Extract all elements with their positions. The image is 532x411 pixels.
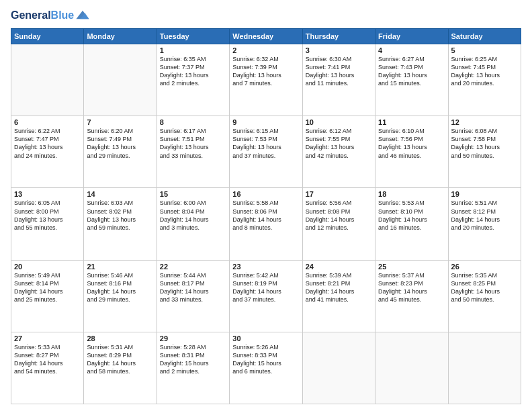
day-info: Sunrise: 6:27 AM Sunset: 7:43 PM Dayligh… bbox=[378, 55, 445, 88]
logo: GeneralBlue bbox=[11, 8, 90, 23]
calendar-cell: 25Sunrise: 5:37 AM Sunset: 8:23 PM Dayli… bbox=[375, 260, 448, 332]
day-number: 21 bbox=[87, 263, 153, 271]
day-info: Sunrise: 6:15 AM Sunset: 7:53 PM Dayligh… bbox=[232, 127, 299, 160]
calendar-week-row: 13Sunrise: 6:05 AM Sunset: 8:00 PM Dayli… bbox=[11, 188, 521, 260]
col-header-friday: Friday bbox=[375, 29, 448, 44]
day-info: Sunrise: 5:44 AM Sunset: 8:17 PM Dayligh… bbox=[160, 271, 226, 304]
day-info: Sunrise: 5:28 AM Sunset: 8:31 PM Dayligh… bbox=[160, 343, 226, 376]
calendar-cell: 22Sunrise: 5:44 AM Sunset: 8:17 PM Dayli… bbox=[157, 260, 229, 332]
calendar-cell: 28Sunrise: 5:31 AM Sunset: 8:29 PM Dayli… bbox=[84, 332, 157, 404]
calendar-cell: 9Sunrise: 6:15 AM Sunset: 7:53 PM Daylig… bbox=[230, 116, 302, 188]
day-info: Sunrise: 5:53 AM Sunset: 8:10 PM Dayligh… bbox=[378, 199, 445, 232]
calendar-cell: 12Sunrise: 6:08 AM Sunset: 7:58 PM Dayli… bbox=[448, 116, 521, 188]
day-info: Sunrise: 5:46 AM Sunset: 8:16 PM Dayligh… bbox=[87, 271, 153, 304]
day-number: 12 bbox=[451, 118, 518, 126]
calendar-cell: 20Sunrise: 5:49 AM Sunset: 8:14 PM Dayli… bbox=[11, 260, 84, 332]
day-info: Sunrise: 5:56 AM Sunset: 8:08 PM Dayligh… bbox=[306, 199, 372, 232]
col-header-wednesday: Wednesday bbox=[230, 29, 302, 44]
day-info: Sunrise: 6:05 AM Sunset: 8:00 PM Dayligh… bbox=[14, 199, 81, 232]
day-number: 27 bbox=[14, 334, 81, 342]
day-info: Sunrise: 6:20 AM Sunset: 7:49 PM Dayligh… bbox=[87, 127, 153, 160]
day-number: 20 bbox=[14, 263, 81, 271]
calendar-cell: 30Sunrise: 5:26 AM Sunset: 8:33 PM Dayli… bbox=[230, 332, 302, 404]
day-number: 26 bbox=[451, 263, 518, 271]
calendar-table: SundayMondayTuesdayWednesdayThursdayFrid… bbox=[11, 28, 521, 404]
day-info: Sunrise: 6:00 AM Sunset: 8:04 PM Dayligh… bbox=[160, 199, 226, 232]
calendar-cell: 17Sunrise: 5:56 AM Sunset: 8:08 PM Dayli… bbox=[302, 188, 375, 260]
day-info: Sunrise: 6:12 AM Sunset: 7:55 PM Dayligh… bbox=[306, 127, 372, 160]
day-info: Sunrise: 5:51 AM Sunset: 8:12 PM Dayligh… bbox=[451, 199, 518, 232]
calendar-cell bbox=[84, 44, 157, 116]
day-info: Sunrise: 6:08 AM Sunset: 7:58 PM Dayligh… bbox=[451, 127, 518, 160]
day-number: 3 bbox=[306, 46, 372, 54]
day-info: Sunrise: 5:31 AM Sunset: 8:29 PM Dayligh… bbox=[87, 343, 153, 376]
day-number: 16 bbox=[232, 190, 299, 198]
page: GeneralBlue SundayMondayTuesdayWednesday… bbox=[0, 0, 532, 411]
calendar-cell: 26Sunrise: 5:35 AM Sunset: 8:25 PM Dayli… bbox=[448, 260, 521, 332]
day-number: 14 bbox=[87, 190, 153, 198]
day-number: 25 bbox=[378, 263, 445, 271]
day-info: Sunrise: 6:22 AM Sunset: 7:47 PM Dayligh… bbox=[14, 127, 81, 160]
col-header-monday: Monday bbox=[84, 29, 157, 44]
calendar-cell: 21Sunrise: 5:46 AM Sunset: 8:16 PM Dayli… bbox=[84, 260, 157, 332]
calendar-cell: 23Sunrise: 5:42 AM Sunset: 8:19 PM Dayli… bbox=[230, 260, 302, 332]
calendar-cell: 15Sunrise: 6:00 AM Sunset: 8:04 PM Dayli… bbox=[157, 188, 229, 260]
calendar-week-row: 6Sunrise: 6:22 AM Sunset: 7:47 PM Daylig… bbox=[11, 116, 521, 188]
day-number: 24 bbox=[306, 263, 372, 271]
day-info: Sunrise: 5:35 AM Sunset: 8:25 PM Dayligh… bbox=[451, 271, 518, 304]
day-info: Sunrise: 5:58 AM Sunset: 8:06 PM Dayligh… bbox=[232, 199, 299, 232]
day-number: 10 bbox=[306, 118, 372, 126]
day-number: 29 bbox=[160, 334, 226, 342]
col-header-saturday: Saturday bbox=[448, 29, 521, 44]
day-number: 22 bbox=[160, 263, 226, 271]
day-number: 2 bbox=[232, 46, 299, 54]
calendar-cell: 29Sunrise: 5:28 AM Sunset: 8:31 PM Dayli… bbox=[157, 332, 229, 404]
day-number: 1 bbox=[160, 46, 226, 54]
calendar-cell: 27Sunrise: 5:33 AM Sunset: 8:27 PM Dayli… bbox=[11, 332, 84, 404]
day-info: Sunrise: 5:49 AM Sunset: 8:14 PM Dayligh… bbox=[14, 271, 81, 304]
header: GeneralBlue bbox=[11, 8, 521, 23]
day-number: 9 bbox=[232, 118, 299, 126]
day-number: 6 bbox=[14, 118, 81, 126]
logo-text: GeneralBlue bbox=[11, 9, 74, 21]
calendar-cell: 6Sunrise: 6:22 AM Sunset: 7:47 PM Daylig… bbox=[11, 116, 84, 188]
day-number: 28 bbox=[87, 334, 153, 342]
day-info: Sunrise: 6:35 AM Sunset: 7:37 PM Dayligh… bbox=[160, 55, 226, 88]
calendar-cell bbox=[375, 332, 448, 404]
day-number: 4 bbox=[378, 46, 445, 54]
day-info: Sunrise: 6:32 AM Sunset: 7:39 PM Dayligh… bbox=[232, 55, 299, 88]
day-info: Sunrise: 5:26 AM Sunset: 8:33 PM Dayligh… bbox=[232, 343, 299, 376]
calendar-cell: 13Sunrise: 6:05 AM Sunset: 8:00 PM Dayli… bbox=[11, 188, 84, 260]
calendar-cell: 11Sunrise: 6:10 AM Sunset: 7:56 PM Dayli… bbox=[375, 116, 448, 188]
calendar-cell: 16Sunrise: 5:58 AM Sunset: 8:06 PM Dayli… bbox=[230, 188, 302, 260]
calendar-week-row: 27Sunrise: 5:33 AM Sunset: 8:27 PM Dayli… bbox=[11, 332, 521, 404]
day-info: Sunrise: 5:42 AM Sunset: 8:19 PM Dayligh… bbox=[232, 271, 299, 304]
calendar-week-row: 20Sunrise: 5:49 AM Sunset: 8:14 PM Dayli… bbox=[11, 260, 521, 332]
calendar-cell: 19Sunrise: 5:51 AM Sunset: 8:12 PM Dayli… bbox=[448, 188, 521, 260]
day-info: Sunrise: 6:03 AM Sunset: 8:02 PM Dayligh… bbox=[87, 199, 153, 232]
day-info: Sunrise: 6:10 AM Sunset: 7:56 PM Dayligh… bbox=[378, 127, 445, 160]
calendar-cell: 3Sunrise: 6:30 AM Sunset: 7:41 PM Daylig… bbox=[302, 44, 375, 116]
day-number: 30 bbox=[232, 334, 299, 342]
calendar-cell: 14Sunrise: 6:03 AM Sunset: 8:02 PM Dayli… bbox=[84, 188, 157, 260]
calendar-cell: 24Sunrise: 5:39 AM Sunset: 8:21 PM Dayli… bbox=[302, 260, 375, 332]
calendar-cell: 7Sunrise: 6:20 AM Sunset: 7:49 PM Daylig… bbox=[84, 116, 157, 188]
day-info: Sunrise: 5:39 AM Sunset: 8:21 PM Dayligh… bbox=[306, 271, 372, 304]
col-header-tuesday: Tuesday bbox=[157, 29, 229, 44]
day-info: Sunrise: 6:25 AM Sunset: 7:45 PM Dayligh… bbox=[451, 55, 518, 88]
day-number: 15 bbox=[160, 190, 226, 198]
col-header-thursday: Thursday bbox=[302, 29, 375, 44]
day-number: 5 bbox=[451, 46, 518, 54]
calendar-cell: 8Sunrise: 6:17 AM Sunset: 7:51 PM Daylig… bbox=[157, 116, 229, 188]
calendar-cell bbox=[448, 332, 521, 404]
logo-icon bbox=[75, 8, 90, 23]
day-number: 19 bbox=[451, 190, 518, 198]
day-number: 11 bbox=[378, 118, 445, 126]
day-info: Sunrise: 5:37 AM Sunset: 8:23 PM Dayligh… bbox=[378, 271, 445, 304]
calendar-cell bbox=[11, 44, 84, 116]
calendar-cell: 18Sunrise: 5:53 AM Sunset: 8:10 PM Dayli… bbox=[375, 188, 448, 260]
calendar-cell: 1Sunrise: 6:35 AM Sunset: 7:37 PM Daylig… bbox=[157, 44, 229, 116]
calendar-header-row: SundayMondayTuesdayWednesdayThursdayFrid… bbox=[11, 29, 521, 44]
day-info: Sunrise: 6:17 AM Sunset: 7:51 PM Dayligh… bbox=[160, 127, 226, 160]
day-number: 13 bbox=[14, 190, 81, 198]
